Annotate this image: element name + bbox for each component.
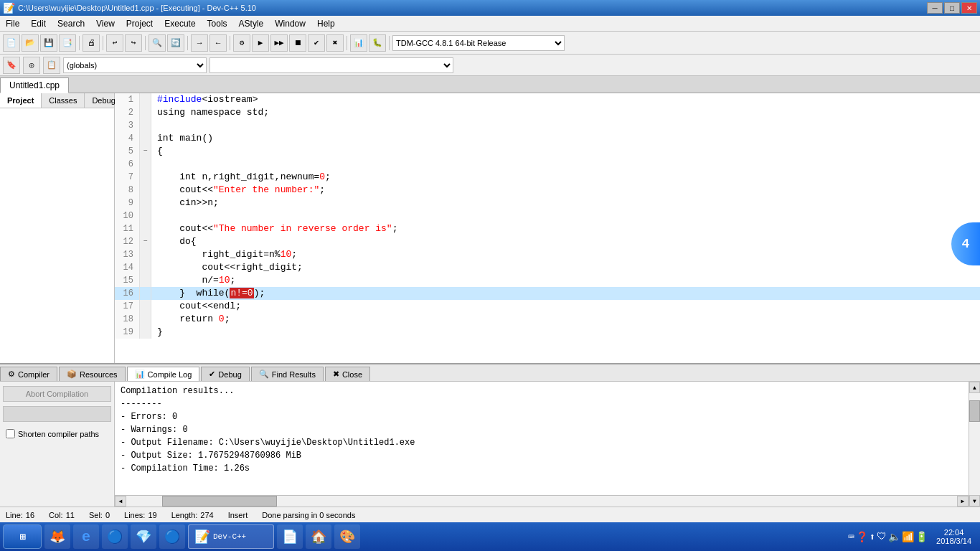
start-label: ⊞ bbox=[19, 532, 26, 542]
fold-9 bbox=[140, 197, 151, 209]
find-btn[interactable]: 🔍 bbox=[149, 34, 166, 52]
code-editor[interactable]: 1 #include<iostream> 2 using namespace s… bbox=[115, 93, 980, 363]
unindent-btn[interactable]: ← bbox=[209, 34, 227, 52]
new-btn[interactable]: 📄 bbox=[3, 34, 20, 52]
taskbar-icon-1[interactable]: 🦊 bbox=[44, 524, 70, 549]
taskbar-icon-3[interactable]: 💎 bbox=[131, 524, 156, 549]
editor-container: Project Classes Debug 1 #include<iostrea… bbox=[0, 93, 980, 507]
compile-run-btn[interactable]: ▶▶ bbox=[270, 34, 288, 52]
menu-astyle[interactable]: AStyle bbox=[233, 16, 270, 31]
close-button[interactable]: ✕ bbox=[961, 2, 977, 14]
toggle-btn[interactable]: ◎ bbox=[23, 57, 40, 74]
bottom-tab-compiler[interactable]: ⚙ Compiler bbox=[0, 367, 57, 381]
menu-search[interactable]: Search bbox=[52, 16, 90, 31]
code-text-15: n/=10; bbox=[151, 274, 235, 287]
replace-btn[interactable]: 🔄 bbox=[167, 34, 184, 52]
menu-project[interactable]: Project bbox=[121, 16, 159, 31]
bookmark-btn[interactable]: 🔖 bbox=[3, 57, 20, 74]
title-bar-left: 📝 C:\Users\wuyijie\Desktop\Untitled1.cpp… bbox=[3, 2, 256, 14]
taskbar-icon-5[interactable]: 📄 bbox=[277, 524, 303, 549]
taskbar-icon-6[interactable]: 🏠 bbox=[306, 524, 331, 549]
view-btn[interactable]: 📋 bbox=[43, 57, 60, 74]
code-text-3 bbox=[151, 119, 163, 132]
symbol-select[interactable] bbox=[209, 57, 453, 73]
redo-btn[interactable]: ↪ bbox=[125, 34, 142, 52]
fold-12[interactable]: − bbox=[140, 235, 151, 248]
line-label: Line: bbox=[6, 511, 23, 519]
menu-edit[interactable]: Edit bbox=[25, 16, 52, 31]
run-btn[interactable]: ▶ bbox=[252, 34, 269, 52]
menu-view[interactable]: View bbox=[90, 16, 121, 31]
debug-btn[interactable]: 🐛 bbox=[369, 34, 386, 52]
undo-btn[interactable]: ↩ bbox=[106, 34, 123, 52]
taskbar: ⊞ 🦊 e 🔵 💎 🔵 📝 Dev-C++ 📄 🏠 🎨 ⌨ ❓ ⬆ 🛡 🔈 📶 … bbox=[0, 522, 980, 551]
chart-btn[interactable]: 📊 bbox=[350, 34, 367, 52]
maximize-button[interactable]: □ bbox=[944, 2, 960, 14]
taskbar-icon-7[interactable]: 🎨 bbox=[334, 524, 360, 549]
sep6 bbox=[347, 36, 347, 50]
h-scroll-left[interactable]: ◀ bbox=[115, 496, 126, 507]
indent-btn[interactable]: → bbox=[191, 34, 208, 52]
menu-execute[interactable]: Execute bbox=[159, 16, 201, 31]
v-scroll-thumb[interactable] bbox=[969, 400, 980, 422]
v-scroll-down[interactable]: ▼ bbox=[969, 495, 980, 507]
menu-window[interactable]: Window bbox=[269, 16, 311, 31]
system-clock[interactable]: 22:04 2018/3/14 bbox=[930, 527, 977, 547]
code-text-6 bbox=[151, 158, 163, 171]
status-sel: Sel: 0 bbox=[89, 511, 110, 519]
menu-file[interactable]: File bbox=[0, 16, 25, 31]
taskbar-icon-chrome[interactable]: 🔵 bbox=[102, 524, 128, 549]
taskbar-icon-dev[interactable]: 📝 Dev-C++ bbox=[188, 524, 274, 549]
print-btn[interactable]: 🖨 bbox=[83, 34, 100, 52]
sidebar-tab-classes[interactable]: Classes bbox=[42, 93, 85, 108]
scope-select[interactable]: (globals) bbox=[63, 57, 207, 73]
code-text-16: } while(n!=0); bbox=[151, 287, 265, 300]
bottom-tab-resources[interactable]: 📦 Resources bbox=[59, 367, 126, 381]
clear-btn[interactable]: ✖ bbox=[326, 34, 344, 52]
title-bar-controls: ─ □ ✕ bbox=[927, 2, 977, 14]
code-text-7: int n,right_digit,newnum=0; bbox=[151, 171, 331, 184]
sep7 bbox=[389, 36, 390, 50]
menu-tools[interactable]: Tools bbox=[202, 16, 233, 31]
bottom-tab-debug[interactable]: ✔ Debug bbox=[201, 367, 249, 381]
toolbar-2: 🔖 ◎ 📋 (globals) bbox=[0, 55, 980, 76]
fold-8 bbox=[140, 184, 151, 197]
sidebar-tab-project[interactable]: Project bbox=[0, 93, 42, 108]
line-num-6: 6 bbox=[115, 158, 140, 171]
code-line-9: 9 cin>>n; bbox=[115, 197, 980, 209]
compile-btn[interactable]: ⚙ bbox=[233, 34, 250, 52]
v-scroll-track bbox=[969, 393, 980, 495]
minimize-button[interactable]: ─ bbox=[927, 2, 943, 14]
save-all-btn[interactable]: 📑 bbox=[59, 34, 76, 52]
status-col: Col: 11 bbox=[49, 511, 75, 519]
v-scroll-up[interactable]: ▲ bbox=[969, 382, 980, 393]
bottom-tab-find-results[interactable]: 🔍 Find Results bbox=[251, 367, 324, 381]
code-line-18: 18 return 0; bbox=[115, 313, 980, 326]
h-scroll-thumb[interactable] bbox=[162, 496, 277, 507]
open-btn[interactable]: 📂 bbox=[22, 34, 39, 52]
save-btn[interactable]: 💾 bbox=[40, 34, 57, 52]
abort-compilation-button[interactable]: Abort Compilation bbox=[3, 386, 111, 402]
h-scroll-right[interactable]: ▶ bbox=[957, 496, 969, 507]
editor-with-sidebar: Project Classes Debug 1 #include<iostrea… bbox=[0, 93, 980, 363]
menu-help[interactable]: Help bbox=[311, 16, 341, 31]
check-btn[interactable]: ✔ bbox=[308, 34, 325, 52]
fold-15 bbox=[140, 274, 151, 287]
fold-10 bbox=[140, 209, 151, 222]
code-line-12: 12 − do{ bbox=[115, 235, 980, 248]
bottom-tab-compile-log[interactable]: 📊 Compile Log bbox=[127, 367, 200, 381]
output-container: Compilation results... -------- - Errors… bbox=[115, 382, 969, 507]
code-text-18: return 0; bbox=[151, 313, 230, 326]
taskbar-icon-4[interactable]: 🔵 bbox=[159, 524, 185, 549]
line-num-10: 10 bbox=[115, 209, 140, 222]
editor-area[interactable]: 1 #include<iostream> 2 using namespace s… bbox=[115, 93, 980, 363]
tab-untitled1[interactable]: Untitled1.cpp bbox=[0, 77, 69, 93]
start-button[interactable]: ⊞ bbox=[3, 524, 42, 549]
stop-btn[interactable]: ⏹ bbox=[289, 34, 306, 52]
shorten-compiler-checkbox[interactable] bbox=[6, 429, 15, 438]
compiler-select[interactable]: TDM-GCC 4.8.1 64-bit Release bbox=[392, 35, 565, 51]
fold-5[interactable]: − bbox=[140, 145, 151, 158]
taskbar-icon-ie[interactable]: e bbox=[73, 524, 99, 549]
fold-6 bbox=[140, 158, 151, 171]
bottom-tab-close[interactable]: ✖ Close bbox=[325, 367, 370, 381]
